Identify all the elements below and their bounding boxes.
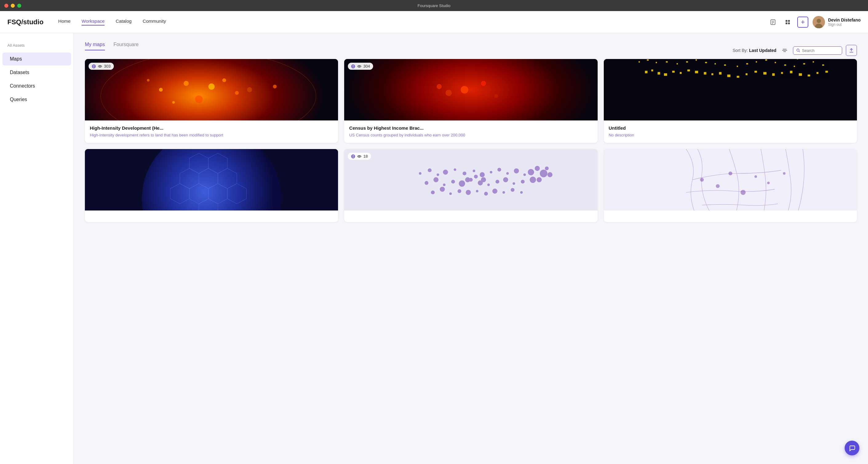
sidebar-item-queries[interactable]: Queries (2, 93, 71, 106)
svg-point-120 (497, 168, 501, 171)
svg-point-23 (195, 96, 203, 103)
tab-my-maps[interactable]: My maps (85, 42, 105, 51)
tab-foursquare[interactable]: Foursquare (114, 42, 139, 51)
svg-point-22 (235, 91, 239, 95)
map-card[interactable]: 18 (344, 149, 597, 222)
sign-out-link[interactable]: Sign out (828, 23, 861, 27)
svg-point-168 (783, 172, 785, 174)
user-menu[interactable]: Devin Distefano Sign out (813, 16, 861, 28)
svg-point-155 (474, 175, 478, 178)
eye-icon (357, 154, 362, 159)
svg-point-156 (481, 177, 486, 182)
map-card[interactable]: 303 High-Intensity Development (He... Hi… (85, 59, 338, 143)
window-controls (4, 4, 21, 8)
svg-point-9 (817, 19, 821, 23)
content-tabs: My maps Foursquare (85, 42, 147, 51)
sidebar-item-maps[interactable]: Maps (2, 53, 71, 65)
svg-rect-7 (788, 23, 790, 24)
svg-rect-79 (775, 62, 776, 63)
svg-point-112 (428, 168, 432, 172)
map-card[interactable]: 304 Census by Highest Income Brac... US … (344, 59, 597, 143)
minimize-button[interactable] (11, 4, 15, 8)
view-count: 18 (363, 154, 368, 159)
eye-icon (98, 64, 102, 69)
svg-point-153 (548, 172, 552, 177)
app-title: Foursquare Studio (418, 3, 451, 8)
svg-rect-98 (746, 73, 747, 75)
svg-rect-67 (655, 62, 657, 63)
svg-rect-75 (737, 66, 738, 67)
filter-icon[interactable] (780, 46, 789, 55)
svg-rect-95 (719, 72, 721, 74)
svg-point-122 (514, 168, 519, 173)
map-title: High-Intensity Development (He... (90, 125, 333, 131)
map-info (85, 210, 338, 222)
svg-point-14 (797, 49, 799, 51)
docs-icon[interactable] (768, 17, 778, 27)
svg-rect-92 (695, 71, 698, 73)
map-thumbnail: 304 (344, 59, 597, 121)
svg-point-37 (494, 94, 498, 98)
svg-point-21 (208, 83, 215, 90)
map-info: Untitled No description (604, 121, 857, 143)
map-desc: High-Intensity development refers to lan… (90, 132, 333, 138)
app-body: All Assets Maps Datasets Connectors Quer… (0, 33, 868, 464)
svg-rect-81 (794, 66, 795, 67)
nav-catalog[interactable]: Catalog (116, 19, 132, 26)
svg-point-117 (473, 170, 475, 172)
svg-point-135 (521, 180, 525, 184)
close-button[interactable] (4, 4, 8, 8)
user-name: Devin Distefano (828, 18, 861, 23)
svg-point-163 (754, 175, 757, 178)
nav-community[interactable]: Community (143, 19, 166, 26)
svg-rect-102 (781, 72, 783, 74)
globe-icon (92, 64, 96, 69)
maps-grid: 303 High-Intensity Development (He... Hi… (85, 59, 857, 222)
sidebar-item-datasets[interactable]: Datasets (2, 66, 71, 79)
svg-rect-80 (784, 65, 786, 66)
chat-button[interactable] (845, 441, 859, 455)
svg-point-119 (490, 171, 492, 173)
slack-icon[interactable] (782, 17, 793, 27)
svg-point-134 (513, 182, 515, 185)
map-info: Census by Highest Income Brac... US Cens… (344, 121, 597, 143)
nav-workspace[interactable]: Workspace (82, 19, 104, 26)
search-input[interactable] (802, 48, 839, 53)
main-nav: Home Workspace Catalog Community (58, 19, 768, 26)
sidebar-item-connectors[interactable]: Connectors (2, 79, 71, 93)
map-badge: 304 (348, 63, 373, 70)
svg-point-126 (443, 184, 445, 186)
sort-label: Sort By: Last Updated (733, 48, 776, 53)
map-card[interactable] (604, 149, 857, 222)
new-button[interactable]: + (797, 16, 808, 28)
svg-point-24 (172, 101, 175, 104)
svg-point-121 (506, 172, 509, 174)
header: FSQ/studio Home Workspace Catalog Commun… (0, 11, 868, 33)
svg-point-27 (147, 79, 150, 81)
nav-home[interactable]: Home (58, 19, 70, 26)
svg-rect-161 (604, 149, 857, 210)
svg-point-164 (716, 185, 719, 188)
svg-rect-91 (687, 69, 690, 71)
svg-point-124 (425, 181, 429, 185)
svg-rect-68 (665, 61, 668, 62)
map-card[interactable]: Untitled No description (604, 59, 857, 143)
svg-rect-88 (664, 73, 667, 75)
upload-button[interactable] (846, 45, 857, 56)
search-box[interactable] (793, 46, 842, 55)
svg-point-152 (545, 167, 549, 170)
svg-point-128 (459, 180, 465, 187)
svg-point-141 (476, 190, 478, 192)
sidebar-section-label: All Assets (0, 40, 73, 50)
maximize-button[interactable] (17, 4, 21, 8)
svg-point-25 (222, 78, 226, 82)
user-text: Devin Distefano Sign out (828, 18, 861, 27)
view-count: 303 (104, 64, 111, 69)
svg-rect-65 (639, 61, 640, 62)
svg-rect-106 (816, 72, 818, 74)
svg-point-143 (492, 189, 497, 194)
map-card[interactable] (85, 149, 338, 222)
svg-rect-43 (604, 59, 857, 121)
svg-point-42 (359, 66, 360, 67)
svg-rect-85 (645, 71, 647, 73)
